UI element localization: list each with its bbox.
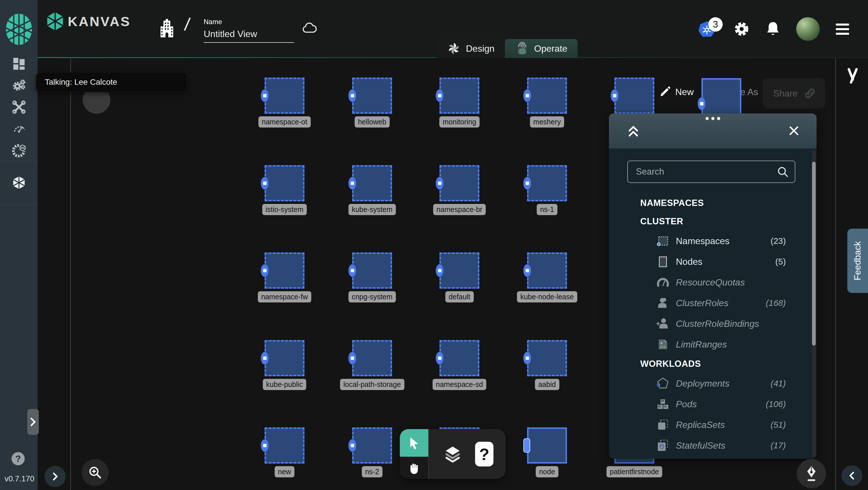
canvas-node-namespace-fw[interactable]: namespace-fw [265, 252, 305, 289]
canvas-node-istio-system[interactable]: istio-system [265, 165, 305, 201]
resource-item-pods[interactable]: Pods (106) [609, 394, 808, 415]
resource-item-limitranges[interactable]: LimitRanges [609, 334, 808, 355]
canvas-node-default[interactable]: default [439, 252, 479, 289]
canvas-node-meshery[interactable]: meshery [527, 78, 567, 114]
tooltip-text: Talking: Lee Calcote [45, 78, 117, 87]
canvas-node-ns-2[interactable]: ns-2 [352, 427, 392, 464]
canvas-node-helloweb[interactable]: helloweb [352, 78, 392, 114]
tab-label: Operate [534, 43, 567, 54]
node-label: patientfirstnode [606, 466, 662, 477]
canvas-toolbar: ? [400, 429, 505, 479]
menu-hamburger-icon[interactable] [836, 24, 849, 35]
layers-tool[interactable] [443, 446, 462, 464]
resource-label: ClusterRoles [676, 298, 728, 308]
resource-list: NAMESPACESCLUSTER Namespaces (23) Nodes … [609, 194, 808, 456]
node-label: ns-2 [362, 466, 382, 477]
tab-operate[interactable]: Operate [505, 39, 578, 58]
canvas-left-boundary [70, 58, 71, 490]
organization-building-icon[interactable] [159, 19, 174, 38]
node-label: kube-system [348, 204, 396, 215]
resource-item-clusterroles[interactable]: ClusterRoles (168) [609, 293, 808, 313]
canvas-node-ns-1[interactable]: ns-1 [527, 165, 567, 201]
performance-gauge-icon[interactable] [11, 121, 26, 136]
toolkit-wrenches-icon[interactable] [11, 100, 26, 115]
resource-label: ResourceQuotas [676, 277, 745, 288]
feedback-label: Feedback [852, 241, 863, 280]
kubernetes-context-button[interactable]: 3 [699, 20, 717, 38]
zoom-in-button[interactable] [82, 459, 108, 486]
resource-item-nodes[interactable]: Nodes (5) [609, 251, 808, 272]
annotate-pen-button[interactable] [797, 459, 826, 488]
left-sidebar: ? v0.7.170 [0, 0, 38, 490]
node-badge-icon [261, 89, 269, 102]
sidebar-expand-handle[interactable] [27, 409, 39, 435]
canvas-node-monitoring[interactable]: monitoring [439, 78, 479, 114]
canvas-node-namespace-br[interactable]: namespace-br [439, 165, 479, 201]
resource-label: ClusterRoleBindings [676, 318, 759, 329]
resource-count: (41) [771, 378, 786, 388]
resource-item-replicasets[interactable]: ReplicaSets (51) [609, 415, 808, 435]
settings-gear-icon[interactable] [734, 21, 750, 37]
resource-item-clusterrolebindings[interactable]: ClusterRoleBindings [609, 313, 808, 334]
resource-item-resourcequotas[interactable]: ResourceQuotas [609, 272, 808, 293]
panel-scrollbar[interactable] [812, 150, 816, 457]
canvas-node-kube-public[interactable]: kube-public [265, 340, 305, 376]
layer5-logo-icon[interactable] [4, 13, 34, 46]
canvas-node-namespace-ot[interactable]: namespace-ot [265, 78, 305, 114]
resource-item-deployments[interactable]: Deployments (41) [609, 373, 808, 394]
help-tool[interactable]: ? [475, 442, 493, 466]
tab-label: Design [466, 43, 495, 54]
collapse-up-icon[interactable] [627, 124, 640, 139]
operate-headset-icon [515, 42, 529, 55]
node-badge-icon [261, 352, 269, 365]
help-button[interactable]: ? [11, 452, 25, 465]
node-label: new [275, 466, 295, 477]
cursor-arrow-icon [408, 436, 421, 450]
select-cursor-tool[interactable] [400, 429, 428, 457]
node-label: namespace-ot [258, 116, 310, 127]
context-count-badge: 3 [708, 17, 723, 32]
settings-gears-icon[interactable] [11, 78, 26, 93]
dashboard-icon[interactable] [11, 56, 26, 71]
node-label: cnpg-system [348, 291, 396, 302]
canvas-node-cnpg-system[interactable]: cnpg-system [352, 252, 392, 289]
resource-item-statefulsets[interactable]: StatefulSets (17) [609, 435, 808, 456]
canvas-node-aabid[interactable]: aabid [527, 340, 567, 376]
panel-header[interactable] [609, 114, 816, 149]
user-avatar[interactable] [796, 17, 820, 41]
node-label: istio-system [262, 204, 307, 215]
canvas-node-kube-system[interactable]: kube-system [352, 165, 392, 201]
pan-hand-tool[interactable] [400, 457, 428, 479]
canvas-node-local-path-storage[interactable]: local-path-storage [352, 340, 392, 376]
notifications-bell-icon[interactable] [766, 21, 780, 37]
collapse-right-drawer-button[interactable] [842, 465, 862, 486]
kanvas-brand[interactable]: KANVAS [47, 12, 131, 30]
scrollbar-thumb[interactable] [812, 162, 816, 345]
new-button[interactable]: New [659, 86, 694, 98]
kanvas-hexagon-icon[interactable] [11, 175, 26, 190]
canvas-node-new[interactable]: new [265, 427, 305, 464]
resource-item-namespaces[interactable]: Namespaces (23) [609, 231, 808, 251]
drag-handle-dots-icon[interactable] [706, 117, 720, 120]
app-version: v0.7.170 [5, 474, 34, 483]
cloud-sync-icon[interactable] [302, 22, 317, 34]
node-badge-icon [348, 439, 356, 452]
search-icon[interactable] [776, 165, 789, 178]
close-icon[interactable] [787, 124, 800, 137]
share-button[interactable]: Share [763, 78, 825, 109]
node-label: meshery [530, 116, 564, 127]
search-input[interactable] [627, 160, 795, 183]
canvas-node[interactable] [614, 78, 654, 114]
node-badge-icon [261, 439, 269, 452]
view-name-input[interactable] [204, 29, 294, 43]
tab-design[interactable]: Design [437, 39, 505, 58]
node-badge-icon [523, 89, 531, 102]
canvas-node-kube-node-lease[interactable]: kube-node-lease [527, 252, 567, 289]
canvas-node-namespace-sd[interactable]: namespace-sd [439, 340, 479, 376]
feedback-tab[interactable]: Feedback [847, 228, 868, 293]
canvas-node-node[interactable]: node [527, 427, 567, 464]
expand-bottom-drawer-button[interactable] [44, 466, 66, 487]
node-label: namespace-br [433, 204, 486, 215]
pencil-icon [659, 86, 671, 98]
mesh-adapter-icon[interactable] [11, 143, 26, 158]
